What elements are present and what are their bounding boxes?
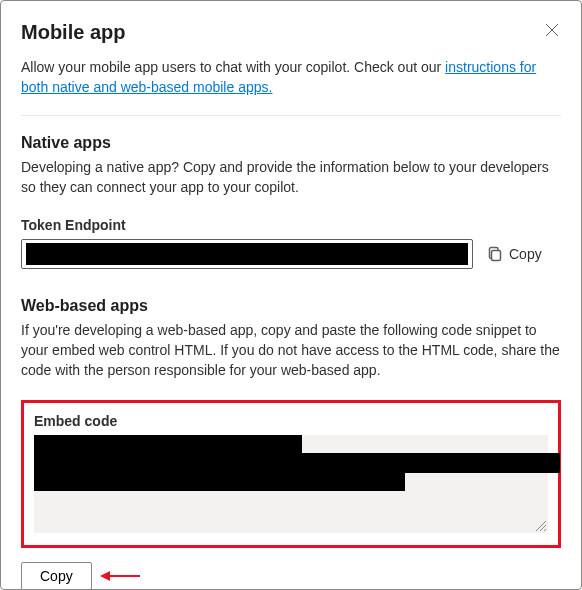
copy-icon (487, 246, 503, 262)
svg-rect-2 (492, 251, 501, 261)
intro-prefix: Allow your mobile app users to chat with… (21, 59, 445, 75)
token-endpoint-label: Token Endpoint (21, 217, 561, 233)
token-row: Copy (21, 239, 561, 269)
embed-redacted-line2 (34, 453, 560, 473)
copy-embed-row: Copy (21, 562, 561, 590)
copy-token-label: Copy (509, 246, 542, 262)
divider (21, 115, 561, 116)
svg-line-3 (536, 521, 546, 531)
embed-code-textarea[interactable] (34, 435, 548, 533)
close-button[interactable] (543, 21, 561, 41)
web-apps-title: Web-based apps (21, 297, 561, 315)
embed-redacted-line3 (34, 473, 405, 491)
intro-text: Allow your mobile app users to chat with… (21, 58, 561, 97)
embed-highlight: Embed code (21, 400, 561, 548)
token-endpoint-value-redacted (26, 243, 468, 265)
embed-code-label: Embed code (34, 413, 548, 429)
close-icon (545, 23, 559, 37)
embed-redacted-line1 (34, 435, 302, 453)
native-apps-desc: Developing a native app? Copy and provid… (21, 158, 561, 197)
svg-marker-7 (100, 571, 110, 581)
token-endpoint-input[interactable] (21, 239, 473, 269)
panel-title: Mobile app (21, 21, 125, 44)
web-apps-desc: If you're developing a web-based app, co… (21, 321, 561, 380)
copy-embed-button[interactable]: Copy (21, 562, 92, 590)
arrow-annotation-icon (100, 568, 140, 584)
svg-line-5 (544, 529, 546, 531)
panel-header: Mobile app (21, 21, 561, 44)
mobile-app-panel: Mobile app Allow your mobile app users t… (0, 0, 582, 590)
copy-token-button[interactable]: Copy (487, 246, 542, 262)
native-apps-title: Native apps (21, 134, 561, 152)
svg-line-4 (540, 525, 546, 531)
resize-handle-icon (536, 521, 546, 531)
